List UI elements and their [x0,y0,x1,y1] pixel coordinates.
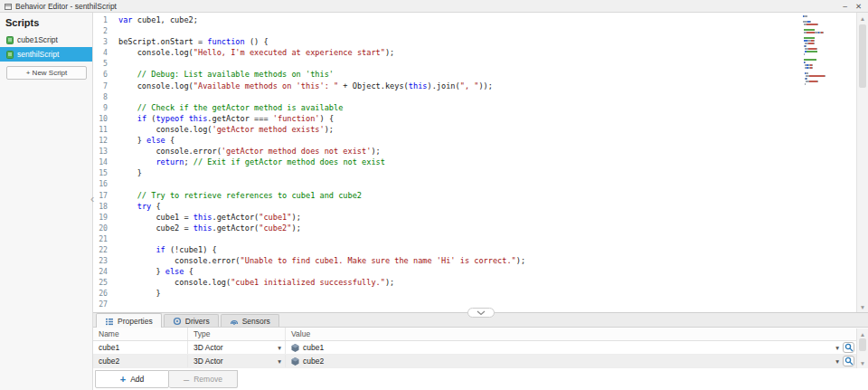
cube-icon [291,344,299,352]
chevron-down-icon: ▾ [278,344,281,352]
scrollbar-thumb[interactable] [859,338,866,351]
remove-button[interactable]: – Remove [169,370,238,388]
titlebar: Behavior Editor - senthilScript – ✕ [0,0,868,13]
code-line-text: } [118,167,142,178]
code-line: 7 console.log("Available methods on 'thi… [93,81,856,91]
code-line-text: beScript.onStart = function () { [118,36,269,47]
code-line-text: } [118,288,161,299]
code-line: 2 [93,25,856,36]
tab-label: Drivers [185,317,210,326]
add-button[interactable]: + Add [95,370,169,388]
line-number: 24 [93,266,118,277]
value-dropdown-value: cube1 [303,343,324,352]
code-line-text: // Check if the getActor method is avail… [118,102,343,113]
editor-scrollbar[interactable]: ▲ ▼ [856,13,868,312]
code-line-text: if (!cube1) { [118,244,217,255]
code-line-text: try { [118,201,161,212]
code-line-text: } else { [118,135,175,146]
code-line: 14 return; // Exit if getActor method do… [93,157,856,167]
code-line: 17 // Try to retrieve references to cube… [93,190,856,201]
row-value-cell: cube1▾ [286,341,854,354]
code-line: 19 cube1 = this.getActor("cube1"); [93,212,856,223]
tab-label: Sensors [242,317,270,326]
pick-actor-button[interactable] [843,342,854,353]
sidebar-item-cube1Script[interactable]: cube1Script [0,33,92,47]
column-header-name: Name [93,328,188,340]
code-line: 10 if (typeof this.getActor === 'functio… [93,113,856,124]
panel-scrollbar[interactable]: ▲ ▼ [856,328,868,368]
new-script-button[interactable]: + New Script [6,66,87,80]
code-line: 3beScript.onStart = function () { [93,36,856,47]
line-number: 10 [93,113,118,124]
line-number: 17 [93,190,118,201]
app-window-icon [5,3,12,10]
type-dropdown[interactable]: 3D Actor▾ [193,357,285,366]
code-line: 1var cube1, cube2; [93,14,856,25]
line-number: 26 [93,288,118,299]
code-line-text: console.error('getActor method does not … [118,146,381,157]
line-number: 25 [93,277,118,288]
line-number: 23 [93,255,118,266]
line-number: 18 [93,201,118,212]
code-line: 16 [93,178,856,189]
value-dropdown[interactable]: cube1▾ [291,343,839,352]
code-area[interactable]: 1var cube1, cube2;23beScript.onStart = f… [93,14,856,312]
code-line: 8 [93,91,856,102]
chevron-down-icon: ▾ [278,357,281,366]
table-row[interactable]: cube13D Actor▾cube1▾ [93,341,868,355]
minimize-button[interactable]: – [843,1,847,12]
line-number: 12 [93,135,118,146]
line-number: 22 [93,244,118,255]
type-dropdown-value: 3D Actor [193,357,223,366]
line-number: 9 [93,102,118,113]
line-number: 3 [93,36,118,47]
sidebar-item-senthilScript[interactable]: senthilScript [0,47,92,62]
scroll-up-icon[interactable]: ▲ [857,13,868,24]
value-dropdown[interactable]: cube2▾ [291,357,839,366]
script-icon [6,36,14,44]
line-number: 13 [93,146,118,157]
table-row[interactable]: cube23D Actor▾cube2▾ [93,355,868,368]
code-line: 13 console.error('getActor method does n… [93,146,856,157]
scroll-down-icon[interactable]: ▼ [857,301,868,312]
code-line-text: } else { [118,266,193,277]
column-header-value: Value [286,328,854,340]
pick-actor-button[interactable] [843,356,854,366]
scroll-down-icon[interactable]: ▼ [857,357,868,368]
code-line: 12 } else { [93,135,856,146]
type-dropdown[interactable]: 3D Actor▾ [193,343,285,352]
line-number: 1 [93,14,118,25]
row-type-cell: 3D Actor▾ [188,341,286,354]
close-button[interactable]: ✕ [855,1,862,12]
scrollbar-thumb[interactable] [859,24,866,88]
line-number: 19 [93,212,118,223]
code-line: 18 try { [93,201,856,212]
code-line: 20 cube2 = this.getActor("cube2"); [93,223,856,233]
tab-sensors[interactable]: Sensors [221,314,279,327]
panel-collapse-handle[interactable] [467,308,495,318]
line-number: 20 [93,223,118,233]
line-number: 2 [93,25,118,36]
chevron-down-icon [476,310,486,316]
code-line-text: console.log("Available methods on 'this'… [118,81,493,91]
chevron-down-icon: ▾ [835,344,839,352]
code-line-text: return; // Exit if getActor method does … [118,157,385,167]
line-number: 7 [93,81,118,91]
tab-drivers[interactable]: Drivers [164,314,219,327]
code-line-text: // Debug: List available methods on 'thi… [118,69,334,80]
row-name-cell: cube1 [93,341,188,354]
sidebar-collapse-handle[interactable]: ‹ [90,192,94,205]
line-number: 27 [93,299,118,309]
code-line: 25 console.log("cube1 initialized succes… [93,277,856,288]
table-body: cube13D Actor▾cube1▾cube23D Actor▾cube2▾ [93,341,868,368]
tab-properties[interactable]: Properties [96,313,162,328]
properties-icon [105,317,114,326]
code-line: 11 console.log('getActor method exists')… [93,124,856,135]
plus-icon: + [120,374,126,385]
code-line: 5 [93,58,856,69]
drivers-icon [173,317,182,326]
minimap[interactable] [803,15,826,89]
minus-icon: – [184,374,189,385]
row-type-cell: 3D Actor▾ [188,355,286,367]
code-editor[interactable]: 1var cube1, cube2;23beScript.onStart = f… [93,13,868,312]
